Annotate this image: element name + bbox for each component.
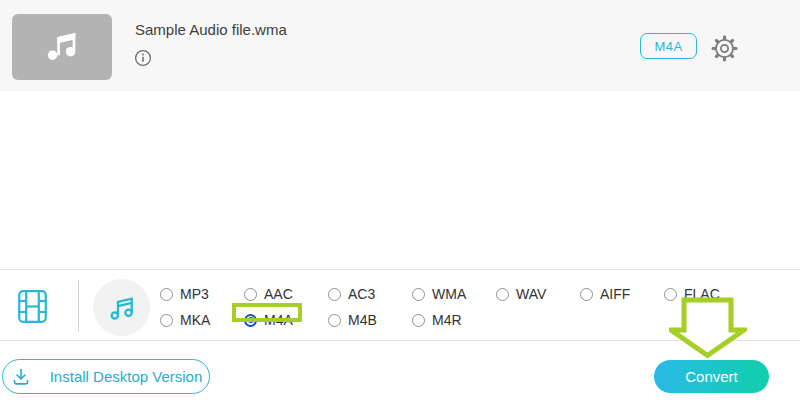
green-down-arrow-icon xyxy=(669,297,747,363)
format-option-mka[interactable]: MKA xyxy=(160,307,244,333)
music-note-icon xyxy=(41,24,83,70)
format-column: MP3MKA xyxy=(160,281,244,333)
format-option-m4b[interactable]: M4B xyxy=(328,307,412,333)
format-label: M4A xyxy=(264,312,293,328)
radio-m4r[interactable] xyxy=(412,314,425,327)
info-icon[interactable] xyxy=(134,49,152,67)
format-option-ac3[interactable]: AC3 xyxy=(328,281,412,307)
format-column: AACM4A xyxy=(244,281,328,333)
format-option-wma[interactable]: WMA xyxy=(412,281,496,307)
format-column: AC3M4B xyxy=(328,281,412,333)
file-name: Sample Audio file.wma xyxy=(135,21,287,38)
file-row: Sample Audio file.wma M4A xyxy=(0,0,800,91)
format-column: WAV xyxy=(496,281,580,333)
divider xyxy=(78,280,79,332)
radio-aiff[interactable] xyxy=(580,288,593,301)
radio-ac3[interactable] xyxy=(328,288,341,301)
format-label: AIFF xyxy=(600,286,630,302)
format-option-m4a[interactable]: M4A xyxy=(244,307,328,333)
install-desktop-label: Install Desktop Version xyxy=(50,368,203,385)
format-options: MP3MKAAACM4AAC3M4BWMAM4RWAVAIFFFLAC xyxy=(160,281,748,333)
format-label: WMA xyxy=(432,286,466,302)
radio-mp3[interactable] xyxy=(160,288,173,301)
format-column: AIFF xyxy=(580,281,664,333)
file-thumbnail xyxy=(12,14,112,80)
music-note-circle-icon[interactable] xyxy=(93,279,150,336)
radio-wma[interactable] xyxy=(412,288,425,301)
audio-converter-app: Sample Audio file.wma M4A xyxy=(0,0,800,400)
download-icon xyxy=(10,367,32,387)
format-label: MKA xyxy=(180,312,210,328)
radio-aac[interactable] xyxy=(244,288,257,301)
radio-m4b[interactable] xyxy=(328,314,341,327)
convert-button[interactable]: Convert xyxy=(654,360,769,393)
install-desktop-button[interactable]: Install Desktop Version xyxy=(2,359,210,394)
format-label: M4R xyxy=(432,312,462,328)
format-label: MP3 xyxy=(180,286,209,302)
format-option-wav[interactable]: WAV xyxy=(496,281,580,307)
format-column: WMAM4R xyxy=(412,281,496,333)
film-strip-icon[interactable] xyxy=(18,290,47,327)
format-label: AC3 xyxy=(348,286,375,302)
format-option-aac[interactable]: AAC xyxy=(244,281,328,307)
radio-wav[interactable] xyxy=(496,288,509,301)
format-label: M4B xyxy=(348,312,377,328)
output-format-button[interactable]: M4A xyxy=(640,33,697,59)
radio-mka[interactable] xyxy=(160,314,173,327)
format-option-aiff[interactable]: AIFF xyxy=(580,281,664,307)
format-option-m4r[interactable]: M4R xyxy=(412,307,496,333)
format-label: WAV xyxy=(516,286,546,302)
radio-m4a[interactable] xyxy=(244,314,257,327)
format-option-mp3[interactable]: MP3 xyxy=(160,281,244,307)
gear-icon[interactable] xyxy=(711,35,738,62)
format-label: AAC xyxy=(264,286,293,302)
